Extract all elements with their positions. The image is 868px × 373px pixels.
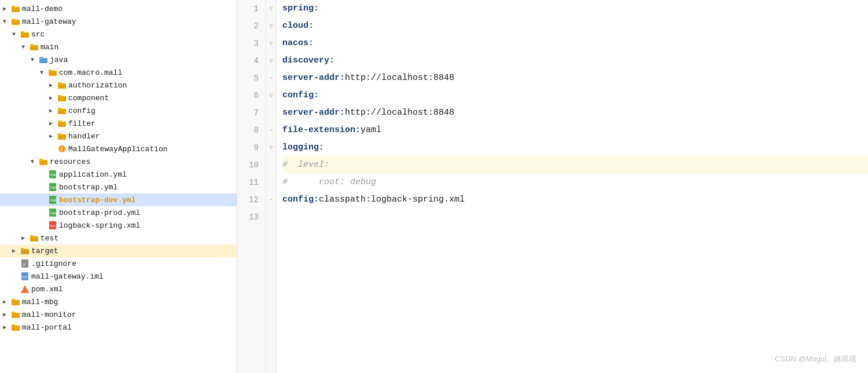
folder-icon [48, 68, 57, 77]
folder-icon [57, 131, 67, 141]
java-icon: J [57, 144, 67, 153]
code-comment: # root: debug [282, 174, 376, 191]
code-line: # level: [282, 156, 868, 174]
fold-marker[interactable]: ▽ [266, 139, 276, 156]
sidebar-item-java[interactable]: ▼java [0, 53, 237, 66]
tree-item-label: target [31, 247, 58, 255]
line-numbers: 12345678910111213 [237, 0, 266, 373]
line-number: 11 [237, 174, 266, 191]
tree-arrow[interactable]: ▼ [28, 157, 37, 166]
fold-marker[interactable]: ▽ [266, 87, 276, 104]
folder-icon [11, 17, 20, 26]
fold-marker [266, 209, 276, 226]
code-line: nacos: [282, 35, 868, 52]
sidebar-item-authorization[interactable]: ▶authorization [0, 79, 237, 92]
tree-item-label: config [68, 107, 95, 115]
tree-arrow[interactable]: ▶ [9, 246, 19, 255]
tree-arrow[interactable]: ▶ [19, 233, 28, 243]
sidebar-item-filter[interactable]: ▶filter [0, 117, 237, 130]
tree-item-label: mall-gateway.iml [31, 272, 104, 281]
sidebar-item-target[interactable]: ▶target [0, 244, 237, 257]
gitignore-icon: .git [20, 259, 30, 268]
code-line: logging: [282, 139, 868, 156]
fold-marker[interactable]: − [266, 70, 276, 87]
folder-icon [11, 4, 20, 13]
sidebar-item-src[interactable]: ▼src [0, 28, 237, 41]
code-line: server-addr: http://localhost:8848 [282, 104, 868, 122]
tree-arrow[interactable]: ▶ [46, 81, 56, 90]
yml-icon: YML [48, 182, 57, 192]
tree-arrow[interactable]: ▼ [9, 30, 19, 39]
watermark: CSDN @Mogul、姚瑶瑶 [775, 354, 856, 364]
file-tree[interactable]: ▶mall-demo▼mall-gateway▼src▼main▼java▼co… [0, 0, 237, 373]
folder-icon [30, 42, 39, 52]
fold-gutter: ▽▽▽▽−▽−▽− [266, 0, 277, 373]
folder-icon [20, 30, 30, 39]
tree-arrow[interactable]: ▶ [0, 297, 9, 306]
svg-rect-50 [12, 324, 15, 327]
tree-item-label: main [41, 43, 58, 52]
code-line: # root: debug [282, 174, 868, 191]
tree-arrow[interactable]: ▶ [0, 323, 9, 332]
svg-rect-21 [58, 133, 61, 136]
tree-item-label: com.macro.mall [59, 68, 122, 77]
sidebar-item-mall-portal[interactable]: ▶mall-portal [0, 321, 237, 334]
line-number: 9 [237, 139, 266, 156]
tree-item-label: src [31, 30, 45, 39]
tree-arrow[interactable]: ▶ [46, 106, 56, 115]
tree-item-label: bootstrap-dev.yml [59, 196, 136, 204]
tree-arrow[interactable]: ▶ [0, 4, 9, 13]
tree-arrow[interactable]: ▶ [46, 93, 56, 103]
fold-marker [266, 156, 276, 174]
tree-item-label: application.yml [59, 170, 127, 179]
line-number: 8 [237, 122, 266, 139]
sidebar-item-component[interactable]: ▶component [0, 92, 237, 104]
tree-item-label: .gitignore [31, 259, 76, 268]
sidebar-item-mall-demo[interactable]: ▶mall-demo [0, 2, 237, 15]
sidebar-item-resources[interactable]: ▼resources [0, 155, 237, 168]
sidebar-item-bootstrap.yml[interactable]: YMLbootstrap.yml [0, 181, 237, 193]
fold-marker[interactable]: ▽ [266, 35, 276, 52]
sidebar-item-logback-spring.xml[interactable]: XMLlogback-spring.xml [0, 219, 237, 232]
sidebar-item-mall-mbg[interactable]: ▶mall-mbg [0, 295, 237, 308]
svg-text:XML: XML [50, 224, 56, 228]
svg-rect-13 [58, 82, 61, 85]
sidebar-item-test[interactable]: ▶test [0, 232, 237, 244]
tree-arrow[interactable]: ▼ [28, 55, 37, 64]
svg-rect-9 [39, 57, 43, 59]
tree-arrow[interactable]: ▼ [0, 17, 9, 26]
folder-icon [57, 119, 67, 128]
sidebar-item-bootstrap-prod.yml[interactable]: YMLbootstrap-prod.yml [0, 206, 237, 219]
sidebar-item-mall-monitor[interactable]: ▶mall-monitor [0, 308, 237, 321]
fold-marker [266, 104, 276, 122]
sidebar-item-handler[interactable]: ▶handler [0, 130, 237, 142]
sidebar-item-config[interactable]: ▶config [0, 104, 237, 117]
tree-arrow[interactable]: ▶ [46, 119, 56, 128]
sidebar-item-mall-gateway[interactable]: ▼mall-gateway [0, 15, 237, 28]
sidebar-item-main[interactable]: ▼main [0, 41, 237, 53]
tree-arrow[interactable]: ▶ [46, 131, 56, 141]
tree-arrow[interactable]: ▼ [37, 68, 46, 77]
svg-text:J: J [60, 147, 62, 151]
tree-item-label: mall-portal [22, 323, 72, 332]
fold-marker[interactable]: ▽ [266, 52, 276, 70]
fold-marker[interactable]: ▽ [266, 17, 276, 35]
fold-marker[interactable]: − [266, 191, 276, 209]
sidebar-item-application.yml[interactable]: YMLapplication.yml [0, 168, 237, 181]
folder-blue-icon [39, 55, 48, 64]
sidebar-item-bootstrap-dev.yml[interactable]: YMLbootstrap-dev.yml [0, 193, 237, 206]
tree-item-label: pom.xml [31, 285, 63, 294]
tree-arrow[interactable]: ▶ [0, 310, 9, 319]
folder-icon [57, 93, 67, 103]
sidebar-item-pom.xml[interactable]: pom.xml [0, 283, 237, 295]
xml-icon: XML [48, 221, 57, 230]
sidebar-item-.gitignore[interactable]: .git.gitignore [0, 257, 237, 270]
sidebar-item-com.macro.mall[interactable]: ▼com.macro.mall [0, 66, 237, 79]
tree-item-label: test [41, 234, 58, 243]
sidebar-item-MallGatewayApplication[interactable]: JMallGatewayApplication [0, 142, 237, 155]
tree-arrow[interactable]: ▼ [19, 42, 28, 52]
fold-marker[interactable]: − [266, 122, 276, 139]
sidebar-item-mall-gateway.iml[interactable]: imlmall-gateway.iml [0, 270, 237, 283]
code-line [282, 209, 868, 226]
fold-marker[interactable]: ▽ [266, 0, 276, 17]
